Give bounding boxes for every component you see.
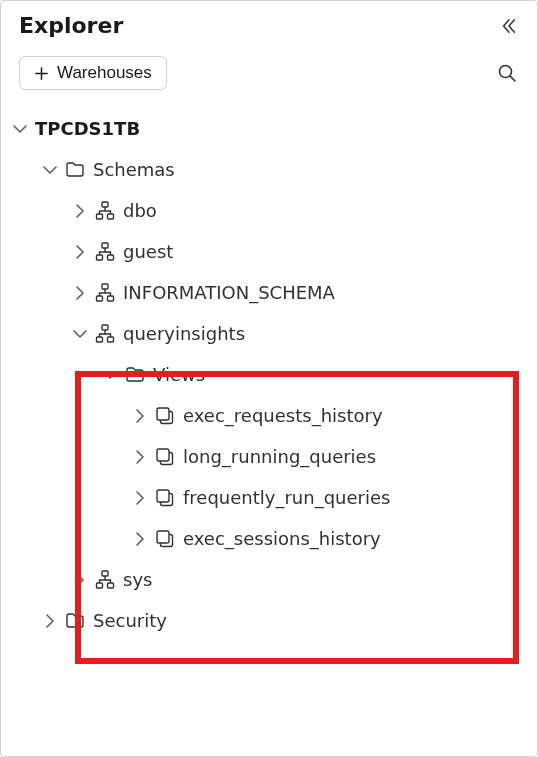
tree-item-schema-queryinsights[interactable]: queryinsights [67,313,537,354]
chevron-right-icon [73,204,87,218]
collapse-panel-button[interactable] [499,16,519,36]
chevron-down-icon [13,122,27,136]
chevron-down-icon [103,368,117,382]
view-icon [155,447,175,467]
chevron-right-icon [73,286,87,300]
view-label: exec_requests_history [183,402,383,429]
chevron-right-icon [73,245,87,259]
tree-item-view-exec-sessions-history[interactable]: exec_sessions_history [127,518,537,559]
plus-icon [34,66,49,81]
search-button[interactable] [495,61,519,85]
schema-label: INFORMATION_SCHEMA [123,279,335,306]
schema-label: guest [123,238,173,265]
panel-title: Explorer [19,13,123,38]
add-warehouse-label: Warehouses [57,63,152,83]
view-label: frequently_run_queries [183,484,390,511]
chevron-double-left-icon [500,17,518,35]
view-label: exec_sessions_history [183,525,381,552]
chevron-down-icon [73,327,87,341]
add-warehouse-button[interactable]: Warehouses [19,56,167,90]
tree-item-schema-guest[interactable]: guest [67,231,537,272]
search-icon [497,63,517,83]
chevron-right-icon [43,614,57,628]
tree-item-security-folder[interactable]: Security [37,600,537,641]
tree-item-schema-dbo[interactable]: dbo [67,190,537,231]
tree-item-schema-information-schema[interactable]: INFORMATION_SCHEMA [67,272,537,313]
chevron-right-icon [133,450,147,464]
security-folder-label: Security [93,607,167,634]
schema-label: dbo [123,197,157,224]
tree-item-view-exec-requests-history[interactable]: exec_requests_history [127,395,537,436]
explorer-toolbar: Warehouses [1,46,537,104]
tree-item-view-frequently-run-queries[interactable]: frequently_run_queries [127,477,537,518]
panel-header: Explorer [1,1,537,46]
chevron-right-icon [133,409,147,423]
schema-icon [95,201,115,221]
folder-icon [65,160,85,180]
explorer-tree: TPCDS1TB Schemas dbo g [1,104,537,756]
view-icon [155,529,175,549]
tree-item-views-folder[interactable]: Views [97,354,537,395]
view-label: long_running_queries [183,443,376,470]
chevron-down-icon [43,163,57,177]
chevron-right-icon [73,573,87,587]
views-folder-label: Views [153,361,205,388]
schema-icon [95,283,115,303]
folder-icon [65,611,85,631]
view-icon [155,488,175,508]
schemas-folder-label: Schemas [93,156,175,183]
schema-icon [95,570,115,590]
tree-item-database[interactable]: TPCDS1TB [7,108,537,149]
schema-label: sys [123,566,152,593]
database-label: TPCDS1TB [35,115,140,142]
schema-icon [95,242,115,262]
schema-label: queryinsights [123,320,245,347]
tree-item-view-long-running-queries[interactable]: long_running_queries [127,436,537,477]
tree-item-schema-sys[interactable]: sys [67,559,537,600]
chevron-right-icon [133,532,147,546]
folder-icon [125,365,145,385]
view-icon [155,406,175,426]
schema-icon [95,324,115,344]
chevron-right-icon [133,491,147,505]
explorer-panel: Explorer Warehouses TPCDS1TB [1,1,537,756]
tree-item-schemas-folder[interactable]: Schemas [37,149,537,190]
